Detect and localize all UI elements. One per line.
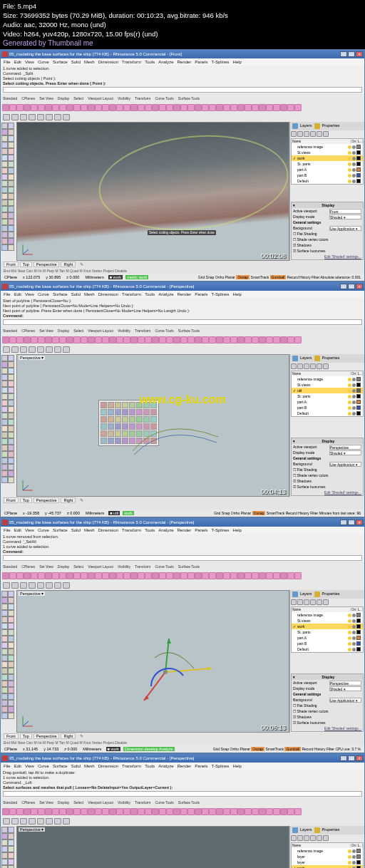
- toolbar-icon[interactable]: [59, 808, 66, 815]
- panel-toolbar-icon[interactable]: [304, 131, 309, 137]
- properties-icon[interactable]: [314, 123, 320, 129]
- toolbar-icon[interactable]: [3, 818, 10, 825]
- toolbar-tab[interactable]: Select: [73, 96, 83, 100]
- panel-toolbar-icon[interactable]: [317, 363, 322, 369]
- toolbar-tab[interactable]: Standard: [3, 800, 17, 805]
- tool-icon[interactable]: [1, 438, 8, 445]
- toolbar-icon[interactable]: [37, 582, 44, 589]
- tool-icon[interactable]: [1, 200, 8, 206]
- tool-icon[interactable]: [1, 387, 8, 393]
- layer-color-swatch[interactable]: [356, 854, 361, 859]
- menu-item[interactable]: Mesh: [84, 292, 95, 296]
- toolbar-tab[interactable]: Select: [73, 564, 83, 569]
- lightbulb-icon[interactable]: [348, 648, 351, 651]
- layer-row[interactable]: part B: [292, 172, 363, 178]
- toolbar-icon[interactable]: [31, 336, 38, 343]
- osnap-bar[interactable]: End Mid Near Cen M Int M Perp M Tan M Qu…: [1, 739, 364, 745]
- tool-icon[interactable]: [1, 225, 8, 232]
- viewport-tab[interactable]: Perspective: [34, 733, 60, 739]
- toolbar-icon[interactable]: [223, 808, 230, 815]
- toolbar-icon[interactable]: [259, 572, 266, 579]
- layer-color-swatch[interactable]: [356, 630, 361, 634]
- viewport-tab[interactable]: Front: [4, 497, 19, 503]
- tool-icon[interactable]: [8, 206, 14, 212]
- toolbar-icon[interactable]: [29, 582, 36, 589]
- layer-color-swatch[interactable]: [356, 388, 361, 393]
- toolbar-icon[interactable]: [166, 336, 173, 343]
- tool-icon[interactable]: [8, 432, 14, 438]
- viewport-tab[interactable]: Top: [20, 497, 32, 503]
- layers-list[interactable]: NameOnL..reference imagelayerlayer✓workS…: [291, 842, 364, 868]
- toolbar-icon[interactable]: [3, 582, 10, 589]
- toolbar-tab[interactable]: Standard: [3, 96, 17, 100]
- viewport-tab[interactable]: Top: [20, 262, 32, 267]
- menu-item[interactable]: Mesh: [84, 528, 95, 532]
- toolbar-icon[interactable]: [20, 582, 27, 589]
- toolbar-icon[interactable]: [63, 582, 70, 589]
- menu-item[interactable]: Panels: [195, 292, 207, 296]
- toolbar-icon[interactable]: [294, 104, 302, 111]
- toolbar-icon[interactable]: [95, 572, 102, 579]
- toolbar-icon[interactable]: [273, 336, 280, 343]
- toolbar-icon[interactable]: [266, 808, 273, 815]
- toolbar-tab[interactable]: CPlanes: [21, 800, 35, 805]
- tool-icon[interactable]: [1, 668, 8, 674]
- toolbar-icon[interactable]: [223, 104, 230, 111]
- tool-icon[interactable]: [1, 432, 8, 438]
- layer-row[interactable]: layer: [292, 854, 363, 859]
- toolbar-icon[interactable]: [173, 336, 180, 343]
- viewport-tabs[interactable]: FrontTopPerspectiveRight ✎: [1, 261, 364, 267]
- layer-color-swatch[interactable]: [356, 849, 361, 853]
- tool-icon[interactable]: [1, 604, 8, 610]
- tool-icon[interactable]: [1, 852, 8, 859]
- toolbar-icon[interactable]: [102, 808, 109, 815]
- panel-tabs[interactable]: LayersProperties: [290, 354, 364, 363]
- toolbar-icon[interactable]: [230, 104, 237, 111]
- palette-icon[interactable]: [101, 409, 107, 415]
- edit-shaded-link[interactable]: Edit 'Shaded' settings...: [324, 726, 361, 730]
- tool-icon[interactable]: [1, 206, 8, 212]
- toolbar-icon[interactable]: [216, 572, 223, 579]
- toolbar-icon[interactable]: [152, 104, 159, 111]
- toolbar-icon[interactable]: [166, 104, 173, 111]
- tool-icon[interactable]: [8, 219, 14, 225]
- tool-icon[interactable]: [1, 174, 8, 180]
- toolbar-icon[interactable]: [20, 818, 27, 825]
- panel-toolbar-icon[interactable]: [297, 835, 303, 841]
- toolbar-icon[interactable]: [130, 572, 138, 579]
- layer-color-swatch[interactable]: [356, 150, 361, 155]
- toolbar-icon[interactable]: [287, 104, 294, 111]
- toolbar-icon[interactable]: [20, 114, 27, 120]
- menu-item[interactable]: Render: [178, 60, 192, 64]
- tool-icon[interactable]: [1, 470, 8, 477]
- toolbar-icon[interactable]: [95, 104, 102, 111]
- toolbar-icon[interactable]: [24, 336, 31, 343]
- tool-icon[interactable]: [8, 238, 14, 244]
- tool-icon[interactable]: [8, 161, 14, 167]
- lightbulb-icon[interactable]: [348, 861, 351, 864]
- tool-icon[interactable]: [1, 212, 8, 219]
- toolbar-icon[interactable]: [159, 104, 166, 111]
- menu-item[interactable]: Edit: [14, 60, 21, 64]
- menu-item[interactable]: Transform: [122, 292, 141, 296]
- maximize-button[interactable]: ▭: [348, 284, 355, 289]
- menu-item[interactable]: Analyze: [158, 528, 173, 532]
- tool-icon[interactable]: [8, 419, 14, 425]
- tool-icon[interactable]: [1, 636, 8, 642]
- tab-toolbar[interactable]: StandardCPlanesSet ViewDisplaySelectView…: [1, 93, 364, 103]
- menu-item[interactable]: Transform: [122, 764, 141, 768]
- menu-item[interactable]: Surface: [53, 764, 68, 768]
- toolbar-icon[interactable]: [3, 346, 10, 353]
- menu-item[interactable]: Panels: [195, 60, 207, 64]
- toolbar-icon[interactable]: [52, 336, 59, 343]
- toolbar-icon[interactable]: [109, 572, 116, 579]
- palette-icon[interactable]: [129, 402, 135, 408]
- toolbar-icon[interactable]: [138, 572, 145, 579]
- toolbar-icon[interactable]: [45, 808, 52, 815]
- viewport[interactable]: Perspective ▾ ⬚ 00:08:18: [16, 826, 289, 868]
- toolbar-tab[interactable]: Curve Tools: [155, 329, 174, 333]
- toolbar-icon[interactable]: [88, 336, 95, 343]
- toolbar-icon[interactable]: [266, 572, 273, 579]
- layer-row[interactable]: St.views: [292, 382, 363, 388]
- layer-color-swatch[interactable]: [356, 619, 361, 623]
